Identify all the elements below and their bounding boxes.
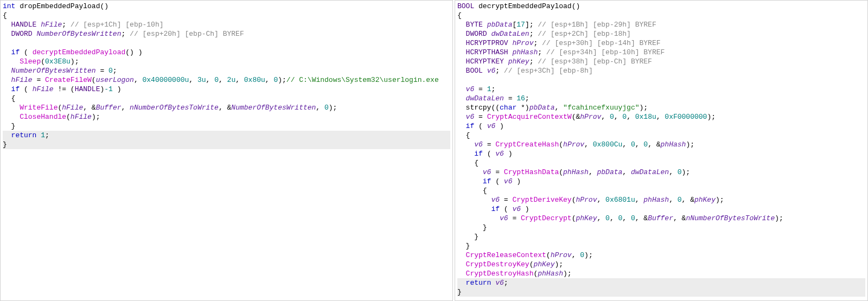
type-handle: HANDLE xyxy=(11,21,37,29)
right-code-pane: BOOL decryptEmbeddedPayload() { BYTE pbD… xyxy=(455,0,868,301)
num: 0 xyxy=(622,113,627,121)
num: 0x3E8u xyxy=(45,57,71,66)
return-type: BOOL xyxy=(457,2,474,10)
call: CryptAcquireContextW xyxy=(487,113,572,121)
if-keyword: if xyxy=(466,122,475,130)
num: 0x6801u xyxy=(605,196,635,204)
type: HCRYPTHASH xyxy=(466,48,508,56)
highlighted-line: return v6; xyxy=(457,278,865,287)
call: CryptDestroyHash xyxy=(466,270,534,278)
num: 17 xyxy=(516,21,525,29)
num: 0 xyxy=(605,214,610,222)
num: 3u xyxy=(197,76,206,84)
var: v6 xyxy=(487,122,496,130)
comment: // [esp+30h] [ebp-14h] BYREF xyxy=(542,39,660,47)
var: phKey xyxy=(533,260,554,268)
var: phKey xyxy=(576,214,597,222)
call-createfile: CreateFileW xyxy=(45,76,92,84)
num: 0 xyxy=(610,113,614,121)
var: hProv xyxy=(563,140,584,149)
var: phHash xyxy=(512,48,538,56)
comment: // [esp+1Bh] [ebp-29h] BYREF xyxy=(538,21,656,29)
num: 0 xyxy=(324,104,329,112)
comment-path: // C:\Windows\System32\userlogin.exe xyxy=(286,76,439,84)
var-nbw: NumberOfBytesWritten xyxy=(11,67,96,75)
num: 1 xyxy=(487,85,492,93)
var: phKey xyxy=(694,196,716,204)
num: 0x40000000u xyxy=(143,76,189,84)
num: 0 xyxy=(678,196,682,204)
var: hProv xyxy=(580,113,601,121)
type-dword: DWORD xyxy=(11,30,33,38)
num: 0 xyxy=(214,76,219,84)
num: 0 xyxy=(643,140,648,149)
type: HCRYPTKEY xyxy=(466,57,504,66)
call: CryptDecrypt xyxy=(521,214,572,222)
var: dwDataLen xyxy=(466,94,504,103)
call: CryptHashData xyxy=(504,168,559,176)
num: -1 xyxy=(104,85,113,93)
if-keyword: if xyxy=(11,85,20,93)
var: NumberOfBytesWritten xyxy=(231,104,316,112)
var: v6 xyxy=(487,67,496,75)
type: BYTE xyxy=(466,21,483,29)
call: CryptDestroyKey xyxy=(466,260,529,268)
num: 0 xyxy=(108,67,113,75)
var: hFile xyxy=(62,104,83,112)
highlighted-line: } xyxy=(3,140,450,149)
if-keyword: if xyxy=(11,48,20,56)
var: pbData xyxy=(597,168,622,176)
var: hProv xyxy=(551,251,572,259)
num: 0x80u xyxy=(244,76,265,84)
comment: // [esp+2Ch] [ebp-18h] xyxy=(538,30,631,38)
function-name: dropEmbeddedPayload xyxy=(20,2,100,10)
var: userLogon xyxy=(96,76,134,84)
comment: // [esp+38h] [ebp-Ch] BYREF xyxy=(538,57,652,66)
if-keyword: if xyxy=(491,205,500,213)
var: pbData xyxy=(487,21,513,29)
call-closehandle: CloseHandle xyxy=(20,113,66,121)
var: v6 xyxy=(495,279,504,287)
var: v6 xyxy=(483,168,492,176)
var: hProv xyxy=(512,39,533,47)
var: v6 xyxy=(504,177,513,185)
num: 0xF0000000 xyxy=(665,113,707,121)
cast: char xyxy=(500,104,516,112)
comment: // [esp+1Ch] [ebp-10h] xyxy=(71,21,164,29)
highlighted-line: return 1; xyxy=(3,131,450,140)
var-hfile: hFile xyxy=(11,76,33,84)
var: v6 xyxy=(491,196,500,204)
return-type: int xyxy=(3,2,15,10)
var-nbw: NumberOfBytesWritten xyxy=(36,30,121,38)
cast-type: HANDLE xyxy=(75,85,100,93)
var-hfile: hFile xyxy=(33,85,54,93)
string-literal: "fcahincefxuuyjgc" xyxy=(563,104,639,112)
highlighted-line: } xyxy=(457,287,865,297)
var: v6 xyxy=(512,205,521,213)
left-code-pane: int dropEmbeddedPayload() { HANDLE hFile… xyxy=(0,0,453,301)
type: HCRYPTPROV xyxy=(466,39,508,47)
call: CryptDeriveKey xyxy=(512,196,571,204)
var: nNumberOfBytesToWrite xyxy=(130,104,219,112)
var: dwDataLen xyxy=(631,168,669,176)
var: dwDataLen xyxy=(491,30,529,38)
call: CryptCreateHash xyxy=(495,140,559,149)
var: phHash xyxy=(661,140,686,149)
type: DWORD xyxy=(466,30,487,38)
if-keyword: if xyxy=(474,150,483,158)
var: phKey xyxy=(508,57,529,66)
var: nNumberOfBytesToWrite xyxy=(686,214,775,222)
return-keyword: return xyxy=(11,131,37,139)
var: pbData xyxy=(529,104,555,112)
num: 0 xyxy=(273,76,278,84)
call-sleep: Sleep xyxy=(20,57,41,66)
num: 0x800Cu xyxy=(593,140,623,149)
var: v6 xyxy=(474,140,483,149)
num: 1 xyxy=(41,131,45,139)
num: 0x18u xyxy=(635,113,656,121)
var: v6 xyxy=(500,214,508,222)
var: phHash xyxy=(538,270,563,278)
call-strcpy: strcpy xyxy=(466,104,492,112)
var: phHash xyxy=(643,196,669,204)
comment: // [esp+34h] [ebp-10h] BYREF xyxy=(546,48,665,56)
